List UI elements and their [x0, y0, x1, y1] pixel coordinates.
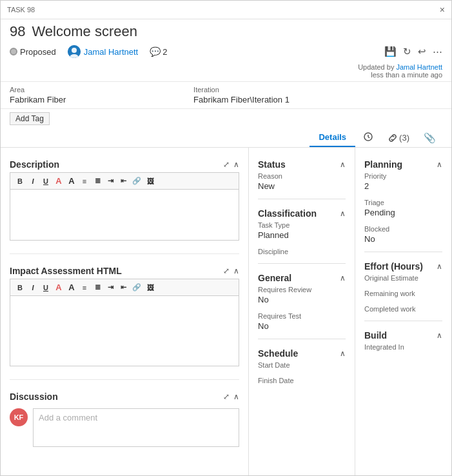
refresh-icon[interactable]: ↻	[403, 46, 411, 57]
effort-collapse[interactable]: ∧	[437, 262, 442, 271]
impact-bold-button[interactable]: B	[14, 282, 26, 293]
undo-icon[interactable]: ↩	[418, 46, 426, 57]
discussion-collapse-icon[interactable]: ∧	[233, 392, 239, 401]
impact-indent-button[interactable]: ⇥	[104, 282, 116, 293]
status-field[interactable]: Proposed	[10, 47, 56, 57]
iteration-label: Iteration	[193, 86, 356, 94]
impact-outdent-button[interactable]: ⇤	[117, 282, 129, 293]
assignee-field[interactable]: Jamal Hartnett	[68, 45, 139, 58]
schedule-collapse[interactable]: ∧	[340, 349, 346, 358]
reason-field: Reason New	[258, 172, 346, 191]
effort-title: Effort (Hours)	[364, 261, 423, 272]
avatar	[68, 45, 81, 58]
planning-divider	[364, 252, 442, 252]
comment-badge[interactable]: 💬 2	[150, 46, 167, 57]
color-button[interactable]: A	[53, 175, 64, 186]
tags-row: Add Tag	[1, 109, 451, 128]
description-header: Description ⤢ ∧	[10, 154, 239, 172]
impact-italic-button[interactable]: I	[27, 282, 39, 293]
outdent-button[interactable]: ⇤	[117, 175, 129, 186]
build-collapse[interactable]: ∧	[437, 331, 442, 340]
impact-ol-button[interactable]: ≣	[92, 282, 103, 293]
finish-date-label: Finish Date	[258, 377, 346, 384]
triage-value[interactable]: Pending	[364, 208, 442, 217]
blocked-value[interactable]: No	[364, 234, 442, 244]
impact-header: Impact Assessment HTML ⤢ ∧	[10, 261, 239, 279]
integrated-in-label: Integrated In	[364, 343, 442, 351]
status-collapse[interactable]: ∧	[340, 160, 346, 169]
save-icon[interactable]: 💾	[384, 46, 397, 57]
tabs-row: Details (3) 📎	[1, 128, 451, 148]
tab-details[interactable]: Details	[310, 128, 355, 147]
task-label: TASK 98	[7, 6, 35, 14]
task-type-value[interactable]: Planned	[258, 230, 346, 240]
planning-collapse[interactable]: ∧	[437, 160, 442, 169]
status-dot	[10, 48, 17, 55]
svg-point-1	[72, 48, 77, 53]
description-expand-icon[interactable]: ⤢	[223, 160, 230, 169]
task-window: TASK 98 × 98 Welcome screen Proposed	[0, 0, 452, 476]
image-button[interactable]: 🖼	[144, 175, 156, 186]
left-panel: Description ⤢ ∧ B I U A A ≡ ≣ ⇥ ⇤ 🔗	[1, 148, 249, 475]
impact-expand-icon[interactable]: ⤢	[223, 266, 230, 275]
area-value[interactable]: Fabrikam Fiber	[10, 95, 172, 104]
ol-button[interactable]: ≣	[92, 175, 103, 186]
ul-button[interactable]: ≡	[79, 175, 90, 186]
meta-row: Proposed Jamal Hartnett 💬 2 💾 ↻	[10, 45, 442, 58]
impact-collapse-icon[interactable]: ∧	[233, 266, 239, 275]
discussion-expand-icon[interactable]: ⤢	[223, 392, 230, 401]
general-header: General ∧	[258, 268, 346, 286]
bgcolor-button[interactable]: A	[66, 175, 77, 186]
middle-panel: Status ∧ Reason New Classification ∧ Tas…	[249, 148, 355, 475]
updated-by-link[interactable]: Jamal Hartnett	[396, 63, 442, 71]
status-value: Proposed	[20, 47, 56, 57]
title-bar: TASK 98 ×	[1, 1, 451, 19]
discussion-section: Discussion ⤢ ∧ KF Add a comment	[1, 380, 248, 453]
impact-bgcolor-button[interactable]: A	[66, 282, 77, 293]
impact-image-button[interactable]: 🖼	[144, 282, 156, 293]
description-collapse-icon[interactable]: ∧	[233, 160, 239, 169]
classification-collapse[interactable]: ∧	[340, 209, 346, 218]
comment-icon: 💬	[150, 46, 161, 57]
requires-test-value[interactable]: No	[258, 321, 346, 331]
general-title: General	[258, 273, 291, 283]
link-button[interactable]: 🔗	[130, 175, 143, 186]
planning-header: Planning ∧	[364, 154, 442, 172]
build-title: Build	[364, 330, 387, 341]
task-type-label: Task Type	[258, 221, 346, 229]
status-section: Status ∧ Reason New	[258, 154, 346, 191]
general-section: General ∧ Requires Review No Requires Te…	[258, 268, 346, 331]
iteration-value[interactable]: Fabrikam Fiber\Iteration 1	[193, 95, 356, 104]
priority-value[interactable]: 2	[364, 181, 442, 191]
tab-history-icon[interactable]	[357, 128, 380, 147]
tab-attachments-button[interactable]: 📎	[417, 129, 442, 147]
status-divider	[258, 199, 346, 199]
reason-value[interactable]: New	[258, 181, 346, 191]
indent-button[interactable]: ⇥	[104, 175, 116, 186]
classification-divider	[258, 263, 346, 264]
discussion-input[interactable]: Add a comment	[33, 408, 239, 447]
more-icon[interactable]: ⋯	[433, 46, 442, 57]
close-button[interactable]: ×	[440, 5, 445, 15]
effort-header: Effort (Hours) ∧	[364, 256, 442, 274]
schedule-title: Schedule	[258, 348, 298, 359]
description-editor[interactable]	[10, 189, 239, 241]
italic-button[interactable]: I	[27, 175, 39, 186]
impact-ul-button[interactable]: ≡	[79, 282, 90, 293]
requires-review-value[interactable]: No	[258, 295, 346, 304]
task-name: Welcome screen	[32, 23, 137, 40]
underline-button[interactable]: U	[40, 175, 52, 186]
bold-button[interactable]: B	[14, 175, 26, 186]
add-tag-button[interactable]: Add Tag	[10, 112, 50, 125]
tab-links-button[interactable]: (3)	[381, 130, 416, 146]
discussion-header: Discussion ⤢ ∧	[10, 386, 239, 404]
priority-field: Priority 2	[364, 172, 442, 191]
requires-test-field: Requires Test No	[258, 312, 346, 331]
header: 98 Welcome screen Proposed Jamal Hartnet…	[1, 19, 451, 81]
general-collapse[interactable]: ∧	[340, 273, 346, 283]
impact-color-button[interactable]: A	[53, 282, 64, 293]
impact-underline-button[interactable]: U	[40, 282, 52, 293]
impact-link-button[interactable]: 🔗	[130, 282, 143, 293]
requires-review-field: Requires Review No	[258, 286, 346, 304]
impact-editor[interactable]	[10, 295, 239, 366]
